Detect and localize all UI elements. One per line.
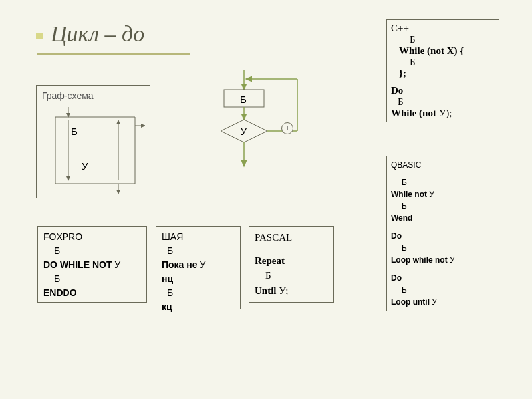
qbasic-c3-l3: Loop until У bbox=[391, 296, 495, 308]
graf-schema-label: Граф-схема bbox=[42, 89, 144, 103]
qbasic-c2-l3: Loop while not У bbox=[391, 254, 495, 266]
cpp-title: C++ bbox=[391, 23, 495, 34]
cpp-c1-l4: }; bbox=[391, 68, 495, 79]
qbasic-c3-l1: Do bbox=[391, 272, 495, 284]
foxpro-box: FOXPRO Б DO WHILE NOT У Б ENDDO bbox=[37, 226, 147, 303]
cpp-box: C++ Б While (not X) { Б }; Do Б While (n… bbox=[387, 20, 499, 122]
qbasic-c2-l1: Do bbox=[391, 230, 495, 242]
qbasic-title: QBASIC bbox=[391, 159, 495, 171]
cpp-cell-2: Do Б While (not У); bbox=[386, 82, 499, 122]
title-bullet bbox=[36, 33, 43, 39]
flowchart-diagram bbox=[188, 70, 314, 190]
graf-schema-diagram bbox=[42, 107, 145, 194]
graf-b-label: Б bbox=[71, 124, 78, 140]
cpp-cell-1: C++ Б While (not X) { Б }; bbox=[386, 19, 499, 82]
qbasic-c3-l2: Б bbox=[391, 284, 495, 296]
shaya-box: ШАЯ Б Пока не У нц Б кц bbox=[156, 226, 241, 309]
flow-u-text: У bbox=[241, 126, 247, 137]
foxpro-l1: Б bbox=[43, 244, 141, 258]
shaya-l3: нц bbox=[162, 272, 235, 286]
foxpro-l2: DO WHILE NOT У bbox=[43, 258, 141, 272]
page-title: Цикл – до bbox=[51, 21, 144, 47]
pascal-l1: Repeat bbox=[255, 253, 328, 269]
cpp-c1-l1: Б bbox=[391, 34, 495, 45]
graf-schema-box: Граф-схема Б У bbox=[36, 85, 150, 198]
qbasic-c1-l1: Б bbox=[391, 176, 495, 188]
cpp-c1-l2: While (not X) { bbox=[391, 45, 495, 57]
cpp-c1-l3: Б bbox=[391, 57, 495, 68]
pascal-box: PASCAL Repeat Б Until У; bbox=[249, 226, 334, 303]
qbasic-c2-l2: Б bbox=[391, 242, 495, 254]
flow-b-text: Б bbox=[240, 94, 247, 105]
cpp-c2-l3: While (not У); bbox=[391, 108, 495, 119]
qbasic-c1-l4: Wend bbox=[391, 212, 495, 224]
pascal-l2: Б bbox=[255, 268, 328, 283]
shaya-l5: кц bbox=[162, 300, 235, 314]
title-underline bbox=[37, 53, 190, 55]
qbasic-cell-2: Do Б Loop while not У bbox=[386, 227, 499, 269]
shaya-l4: Б bbox=[162, 286, 235, 300]
qbasic-c1-l3: Б bbox=[391, 200, 495, 212]
pascal-l3: Until У; bbox=[255, 283, 328, 299]
flow-plus-label: + bbox=[281, 122, 293, 134]
cpp-c2-l1: Do bbox=[391, 85, 495, 96]
foxpro-title: FOXPRO bbox=[43, 230, 141, 244]
shaya-l2: Пока не У bbox=[162, 258, 235, 272]
pascal-title: PASCAL bbox=[255, 230, 328, 245]
foxpro-l3: Б bbox=[43, 272, 141, 286]
graf-u-label: У bbox=[82, 159, 88, 174]
shaya-title: ШАЯ bbox=[162, 230, 235, 244]
qbasic-c1-l2: While not У bbox=[391, 188, 495, 200]
qbasic-box: QBASIC Б While not У Б Wend Do Б Loop wh… bbox=[387, 156, 499, 311]
cpp-c2-l2: Б bbox=[391, 96, 495, 108]
qbasic-cell-3: Do Б Loop until У bbox=[386, 269, 499, 311]
qbasic-cell-1: QBASIC Б While not У Б Wend bbox=[386, 156, 499, 227]
foxpro-l4: ENDDO bbox=[43, 286, 141, 300]
shaya-l1: Б bbox=[162, 244, 235, 258]
